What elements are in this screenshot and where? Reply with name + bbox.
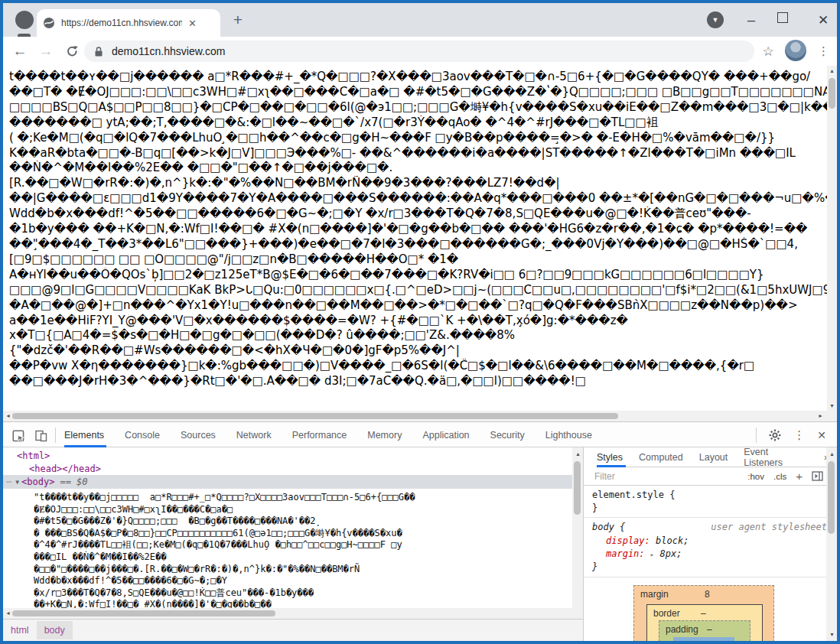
tab-close-icon[interactable]: ✕ bbox=[188, 18, 197, 29]
page-text-line: Wdd�b�x���df!^�5��□□�����6�□�G~�;□�Y �x/… bbox=[9, 207, 827, 222]
scrollbar-thumb[interactable] bbox=[828, 461, 835, 534]
margin-top-value[interactable]: 8 bbox=[705, 589, 710, 600]
cls-toggle[interactable]: .cls bbox=[773, 472, 786, 481]
styles-pane-tabs: Styles Computed Layout Event Listeners » bbox=[597, 447, 829, 467]
avatar[interactable] bbox=[785, 40, 806, 61]
reload-button[interactable] bbox=[61, 41, 83, 62]
elements-vertical-scrollbar[interactable]: ▴ bbox=[572, 447, 583, 608]
maximize-button[interactable] bbox=[777, 12, 788, 23]
elements-panel: <html> <head></head> ⋯ ▼ <body> == $0 "t… bbox=[3, 447, 583, 608]
tab-memory[interactable]: Memory bbox=[367, 430, 402, 441]
page-horizontal-scrollbar[interactable]: ◂ ▸ bbox=[3, 411, 837, 421]
rule-separator bbox=[584, 517, 829, 518]
page-text-line: ( �;Ke�M□(�q□�lQ�7���LhuO ̧�□□h��^��c�□g… bbox=[9, 131, 827, 146]
element-style-selector[interactable]: element.style { bbox=[592, 490, 675, 500]
forward-button: → bbox=[35, 41, 57, 62]
styles-vertical-scrollbar[interactable]: ▴ ▾ bbox=[826, 447, 837, 641]
tab-lighthouse[interactable]: Lighthouse bbox=[545, 430, 592, 441]
back-button[interactable]: ← bbox=[9, 41, 31, 62]
profile-dot-icon[interactable] bbox=[15, 11, 34, 29]
tree-node-head[interactable]: <head></head> bbox=[3, 463, 583, 476]
new-style-rule-button[interactable]: + bbox=[796, 470, 803, 483]
styles-filter-bar: :hov .cls + bbox=[584, 467, 829, 486]
hov-toggle[interactable]: :hov bbox=[747, 472, 764, 481]
tab-security[interactable]: Security bbox=[490, 430, 525, 441]
address-bar[interactable]: demo11cn.hhsview.com bbox=[84, 41, 754, 62]
breadcrumb-body[interactable]: body bbox=[37, 621, 73, 639]
url-text: demo11cn.hhsview.com bbox=[112, 45, 225, 57]
scroll-down-icon[interactable]: ▾ bbox=[827, 629, 837, 639]
box-model-content[interactable] bbox=[673, 637, 734, 641]
breadcrumb-html[interactable]: html bbox=[3, 621, 37, 639]
tree-node-body-selected[interactable]: ⋯ ▼ <body> == $0 bbox=[3, 475, 583, 489]
padding-top-value[interactable]: – bbox=[707, 624, 712, 635]
separator bbox=[55, 428, 56, 443]
element-style-close: } bbox=[592, 503, 597, 513]
browser-window: https://demo11cn.hhsview.com ✕ + ▼ – ✕ ←… bbox=[0, 0, 840, 644]
sidebar-toggle-icon[interactable] bbox=[812, 471, 823, 481]
scroll-up-icon[interactable]: ▴ bbox=[573, 449, 583, 459]
scrollbar-thumb[interactable] bbox=[829, 78, 835, 109]
page-text-line: ��P�vw X�ƞ�������}□k�:%gb���□□�)□V����_□… bbox=[9, 359, 827, 374]
stylesheet-origin: user agent stylesheet bbox=[711, 522, 827, 532]
body-tag: <body> bbox=[21, 476, 54, 487]
node-menu-icon[interactable]: ⋯ bbox=[6, 476, 11, 487]
devtools-close-icon[interactable]: ✕ bbox=[817, 429, 826, 441]
rule-separator bbox=[584, 577, 829, 577]
border-label: border bbox=[653, 608, 680, 619]
browser-tab[interactable]: https://demo11cn.hhsview.com ✕ bbox=[37, 9, 220, 37]
inspect-element-icon[interactable] bbox=[11, 428, 26, 444]
minimize-button[interactable]: – bbox=[739, 8, 763, 32]
page-content: t����t��ʏ��□j������ a□*R���#+_�*Q�□□□?�X… bbox=[3, 66, 827, 411]
page-text-line: □□□□BS□Q□A$□□P□□8□□}�□CP�□��□�□□�6l(@�э1… bbox=[9, 100, 827, 115]
box-model-border[interactable]: border – padding – bbox=[646, 604, 763, 641]
browser-menu-icon[interactable]: ⋮ bbox=[814, 41, 834, 62]
expander-icon[interactable]: ▼ bbox=[15, 479, 19, 486]
elements-horizontal-scrollbar[interactable]: ◂ bbox=[3, 608, 583, 619]
page-text-line: □□□@9□l□G□□□□V□□□□KaK BkP>ᒐ□Qu:□0□□□□□□x… bbox=[9, 283, 827, 298]
scroll-up-icon[interactable]: ▴ bbox=[827, 449, 837, 459]
page-text-line: A�ʜYl��u��Ō�QOs`b̦]□□2�□z125eT*B@$E�□�6�… bbox=[9, 268, 827, 283]
tab-event-listeners[interactable]: Event Listeners bbox=[744, 447, 808, 468]
tab-console[interactable]: Console bbox=[125, 430, 160, 441]
devtools-toolbar-right: ⋮ ✕ bbox=[756, 422, 826, 447]
tab-styles[interactable]: Styles bbox=[597, 452, 623, 463]
page-text-line: t����t��ʏ��□j������ a□*R���#+_�*Q�□□□?�X… bbox=[9, 70, 827, 85]
page-text-line: ��□���J�rH�3�^���}�Rt□�'�□.A��□� d3I;□�7… bbox=[9, 374, 827, 389]
device-toolbar-icon[interactable] bbox=[34, 428, 49, 444]
tab-layout[interactable]: Layout bbox=[699, 452, 728, 463]
tab-network[interactable]: Network bbox=[236, 430, 272, 441]
scrollbar-thumb[interactable] bbox=[574, 461, 581, 515]
close-button[interactable]: ✕ bbox=[811, 8, 835, 32]
tab-performance[interactable]: Performance bbox=[292, 430, 347, 441]
tab-title: https://demo11cn.hhsview.com bbox=[61, 18, 182, 28]
page-text-line: K��aR�bta�□□�-B□q□[��>k�J□V]□□□Э���%□- �… bbox=[9, 146, 827, 161]
bookmark-star-icon[interactable]: ☆ bbox=[757, 41, 779, 62]
download-indicator-icon[interactable]: ▼ bbox=[707, 11, 724, 28]
box-model-margin[interactable]: margin 8 border – padding – bbox=[633, 585, 774, 641]
tree-node-html[interactable]: <html> bbox=[3, 447, 583, 463]
page-vertical-scrollbar[interactable]: ▴ ▾ bbox=[827, 66, 837, 411]
scrollbar-thumb[interactable] bbox=[12, 610, 275, 616]
devtools-menu-icon[interactable]: ⋮ bbox=[793, 428, 805, 442]
body-text-node[interactable]: "t����t��y��□j□□□□□ a□*R□□□#+_□*Q□□□□?□X… bbox=[34, 492, 415, 608]
css-property-margin[interactable]: margin: ▸ 8px; bbox=[606, 548, 682, 559]
scroll-down-icon[interactable]: ▾ bbox=[827, 401, 837, 411]
scroll-right-icon[interactable]: ▸ bbox=[816, 411, 825, 421]
page-text-line: [R.��□�W□�rR�:�)�,n^}k�:�"�%��N□��BM�rÑ�… bbox=[9, 176, 827, 191]
tab-elements[interactable]: Elements bbox=[64, 430, 104, 441]
page-text-line: �������□ ytA;��;T,����□�&:�□l��~��□�`/x7… bbox=[9, 115, 827, 131]
box-model-padding[interactable]: padding – bbox=[659, 620, 750, 641]
settings-gear-icon[interactable] bbox=[769, 429, 781, 441]
tab-computed[interactable]: Computed bbox=[639, 452, 683, 463]
body-selector[interactable]: body { bbox=[587, 522, 625, 532]
scroll-up-icon[interactable]: ▴ bbox=[827, 66, 837, 76]
scrollbar-thumb[interactable] bbox=[12, 413, 618, 419]
border-top-value[interactable]: – bbox=[701, 608, 706, 619]
tab-sources[interactable]: Sources bbox=[181, 430, 216, 441]
css-property-display[interactable]: display: block; bbox=[606, 535, 689, 546]
tab-strip: https://demo11cn.hhsview.com ✕ + ▼ – ✕ bbox=[3, 3, 837, 37]
new-tab-button[interactable]: + bbox=[226, 8, 249, 31]
tab-application[interactable]: Application bbox=[422, 430, 469, 441]
styles-filter-input[interactable] bbox=[593, 470, 711, 483]
